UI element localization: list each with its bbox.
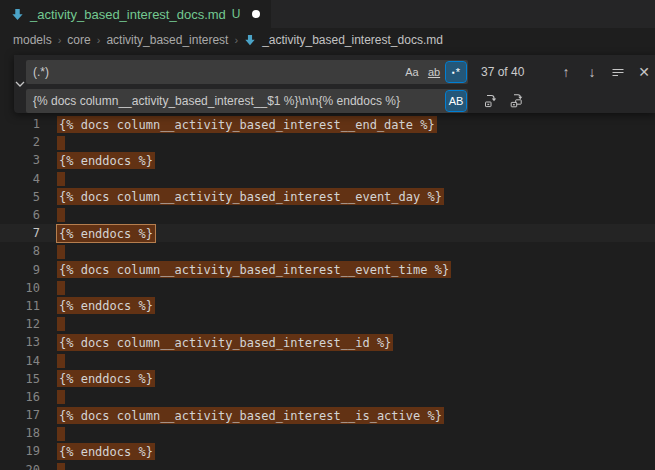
- tab-active-file[interactable]: _activity_based_interest_docs.md U: [0, 0, 271, 28]
- toggle-replace-button[interactable]: [14, 55, 26, 113]
- line-content[interactable]: [57, 353, 65, 368]
- replace-input-value[interactable]: {% docs column__activity_based_interest_…: [26, 94, 446, 108]
- line-number: 11: [0, 299, 40, 313]
- breadcrumb-item-core[interactable]: core: [67, 33, 90, 47]
- close-button[interactable]: ✕: [633, 61, 655, 83]
- line-content[interactable]: {% docs column__activity_based_interest_…: [57, 117, 437, 131]
- line-content[interactable]: [57, 390, 65, 405]
- line-content[interactable]: [57, 135, 65, 150]
- results-count: 37 of 40: [481, 65, 543, 79]
- line-number: 14: [0, 354, 40, 368]
- line-content[interactable]: [57, 208, 65, 223]
- editor-line[interactable]: 12: [0, 315, 655, 333]
- line-content[interactable]: {% enddocs %}: [57, 444, 155, 458]
- line-content[interactable]: {% docs column__activity_based_interest_…: [57, 190, 444, 204]
- editor-line[interactable]: 8: [0, 242, 655, 260]
- editor-pane[interactable]: 1{% docs column__activity_based_interest…: [0, 52, 655, 470]
- line-number: 1: [0, 117, 40, 131]
- regex-dot-icon: ▪: [452, 68, 455, 77]
- line-content[interactable]: [57, 171, 65, 186]
- markdown-file-icon: [11, 8, 24, 21]
- line-content[interactable]: [57, 317, 65, 332]
- editor-line[interactable]: 11{% enddocs %}: [0, 297, 655, 315]
- search-match-empty: [57, 208, 65, 222]
- editor-line[interactable]: 9{% docs column__activity_based_interest…: [0, 261, 655, 279]
- editor-line[interactable]: 2: [0, 133, 655, 151]
- editor-lines: 1{% docs column__activity_based_interest…: [0, 115, 655, 470]
- line-number: 16: [0, 390, 40, 404]
- next-match-button[interactable]: ↓: [581, 61, 603, 83]
- tab-filename: _activity_based_interest_docs.md: [30, 7, 226, 22]
- line-number: 13: [0, 335, 40, 349]
- line-number: 10: [0, 281, 40, 295]
- markdown-file-icon: [244, 34, 256, 46]
- search-match-empty: [57, 136, 65, 150]
- line-content[interactable]: {% docs column__activity_based_interest_…: [57, 335, 393, 349]
- line-content[interactable]: [57, 244, 65, 259]
- editor-line[interactable]: 1{% docs column__activity_based_interest…: [0, 115, 655, 133]
- chevron-down-icon: [14, 78, 26, 90]
- find-input-value[interactable]: (.*): [26, 65, 402, 79]
- editor-line[interactable]: 10: [0, 279, 655, 297]
- find-in-selection-icon: [611, 65, 625, 79]
- replace-all-button[interactable]: [506, 90, 528, 112]
- editor-line[interactable]: 3{% enddocs %}: [0, 151, 655, 169]
- preserve-case-button[interactable]: AB: [446, 91, 466, 111]
- breadcrumb-item-file[interactable]: _activity_based_interest_docs.md: [262, 33, 443, 47]
- previous-match-button[interactable]: ↑: [555, 61, 577, 83]
- editor-line[interactable]: 16: [0, 388, 655, 406]
- line-number: 8: [0, 244, 40, 258]
- search-match: {% docs column__activity_based_interest_…: [57, 261, 451, 278]
- line-content[interactable]: {% enddocs %}: [57, 372, 155, 386]
- line-content[interactable]: {% enddocs %}: [57, 226, 155, 240]
- editor-line[interactable]: 5{% docs column__activity_based_interest…: [0, 188, 655, 206]
- editor-line[interactable]: 6: [0, 206, 655, 224]
- editor-line[interactable]: 14: [0, 351, 655, 369]
- search-match: {% enddocs %}: [57, 370, 155, 387]
- find-input[interactable]: (.*) Aa ab ▪*: [26, 60, 468, 84]
- line-content[interactable]: {% enddocs %}: [57, 299, 155, 313]
- editor-line[interactable]: 7{% enddocs %}: [0, 224, 655, 242]
- find-in-selection-button[interactable]: [607, 61, 629, 83]
- search-match: {% enddocs %}: [57, 443, 155, 460]
- editor-line[interactable]: 15{% enddocs %}: [0, 370, 655, 388]
- line-number: 17: [0, 408, 40, 422]
- line-number: 18: [0, 426, 40, 440]
- search-match: {% docs column__activity_based_interest_…: [57, 334, 393, 351]
- search-match: {% docs column__activity_based_interest_…: [57, 407, 444, 424]
- line-number: 4: [0, 172, 40, 186]
- search-match-empty: [57, 281, 65, 295]
- line-content[interactable]: {% docs column__activity_based_interest_…: [57, 263, 451, 277]
- replace-icon: [483, 93, 499, 109]
- unsaved-changes-dot-icon[interactable]: [252, 10, 260, 18]
- match-case-button[interactable]: Aa: [402, 62, 422, 82]
- line-number: 9: [0, 263, 40, 277]
- replace-input[interactable]: {% docs column__activity_based_interest_…: [26, 89, 468, 113]
- editor-line[interactable]: 19{% enddocs %}: [0, 442, 655, 460]
- editor-line[interactable]: 20: [0, 461, 655, 470]
- line-content[interactable]: [57, 426, 65, 441]
- breadcrumb-item-activity-based-interest[interactable]: activity_based_interest: [106, 33, 228, 47]
- search-match: {% enddocs %}: [57, 225, 155, 242]
- editor-line[interactable]: 18: [0, 424, 655, 442]
- search-match-empty: [57, 427, 65, 441]
- search-match-empty: [57, 317, 65, 331]
- search-match: {% enddocs %}: [57, 297, 155, 314]
- line-content[interactable]: {% docs column__activity_based_interest_…: [57, 408, 444, 422]
- editor-line[interactable]: 17{% docs column__activity_based_interes…: [0, 406, 655, 424]
- line-content[interactable]: [57, 281, 65, 296]
- chevron-right-icon: ›: [58, 34, 62, 46]
- line-content[interactable]: {% enddocs %}: [57, 153, 155, 167]
- chevron-right-icon: ›: [234, 34, 238, 46]
- line-content[interactable]: [57, 462, 65, 470]
- editor-line[interactable]: 4: [0, 170, 655, 188]
- search-match-empty: [57, 245, 65, 259]
- use-regex-button[interactable]: ▪*: [446, 62, 466, 82]
- whole-word-button[interactable]: ab: [424, 62, 444, 82]
- replace-button[interactable]: [480, 90, 502, 112]
- line-number: 2: [0, 135, 40, 149]
- breadcrumb-item-models[interactable]: models: [13, 33, 52, 47]
- editor-line[interactable]: 13{% docs column__activity_based_interes…: [0, 333, 655, 351]
- search-match-empty: [57, 463, 65, 470]
- tab-bar: _activity_based_interest_docs.md U: [0, 0, 655, 28]
